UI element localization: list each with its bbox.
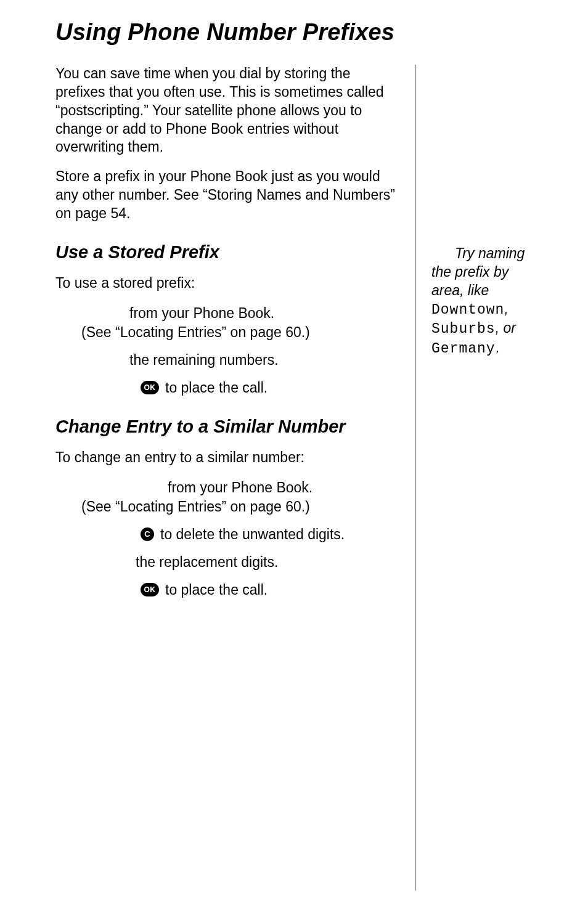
tip-end: . xyxy=(496,340,499,356)
tip-sep2: , or xyxy=(496,320,516,336)
page-title: Using Phone Number Prefixes xyxy=(55,18,539,46)
margin-tip: Try naming the prefix by area, like Down… xyxy=(431,245,539,359)
section2-step1: from your Phone Book. (See “Locating Ent… xyxy=(55,478,398,516)
section1-step3-text: to place the call. xyxy=(165,378,267,397)
tip-line2a: the prefix by xyxy=(431,264,508,280)
section2-step3: the replacement digits. xyxy=(55,553,398,572)
page: Using Phone Number Prefixes You can save… xyxy=(0,0,588,920)
intro-paragraph-2: Store a prefix in your Phone Book just a… xyxy=(55,168,398,223)
section2-steps: from your Phone Book. (See “Locating Ent… xyxy=(55,478,398,600)
section-heading-stored-prefix: Use a Stored Prefix xyxy=(55,242,398,263)
main-column: You can save time when you dial by stori… xyxy=(55,65,398,890)
section1-step1: from your Phone Book. (See “Locating Ent… xyxy=(55,304,398,342)
section2-step4: OK to place the call. xyxy=(55,580,398,600)
section2-step1-line1: from your Phone Book. xyxy=(81,478,398,497)
intro-paragraph-1: You can save time when you dial by stori… xyxy=(55,65,398,157)
clear-icon: C xyxy=(141,527,154,541)
margin-note-column: Try naming the prefix by area, like Down… xyxy=(415,65,539,890)
content-wrapper: You can save time when you dial by stori… xyxy=(55,65,539,890)
section1-lead: To use a stored prefix: xyxy=(55,274,398,293)
section1-step2: the remaining numbers. xyxy=(55,351,398,370)
section1-step1-line2: (See “Locating Entries” on page 60.) xyxy=(81,323,398,342)
tip-example-germany: Germany xyxy=(431,341,496,357)
ok-icon: OK xyxy=(141,381,159,394)
tip-line1: Try naming xyxy=(431,245,539,263)
tip-example-downtown: Downtown xyxy=(431,302,504,318)
section2-step2-text: to delete the unwanted digits. xyxy=(160,525,345,544)
section1-step3: OK to place the call. xyxy=(55,378,398,397)
section-heading-change-entry: Change Entry to a Similar Number xyxy=(55,416,398,438)
section1-steps: from your Phone Book. (See “Locating Ent… xyxy=(55,304,398,397)
tip-example-suburbs: Suburbs xyxy=(431,321,496,337)
section2-step4-text: to place the call. xyxy=(165,580,267,600)
tip-sep1: , xyxy=(504,301,508,317)
section2-step1-line2: (See “Locating Entries” on page 60.) xyxy=(81,497,398,516)
section2-lead: To change an entry to a similar number: xyxy=(55,449,398,467)
tip-line2b: area, like xyxy=(431,282,489,298)
ok-icon: OK xyxy=(141,583,159,596)
section2-step2: C to delete the unwanted digits. xyxy=(55,525,398,544)
section1-step1-line1: from your Phone Book. xyxy=(81,304,398,323)
